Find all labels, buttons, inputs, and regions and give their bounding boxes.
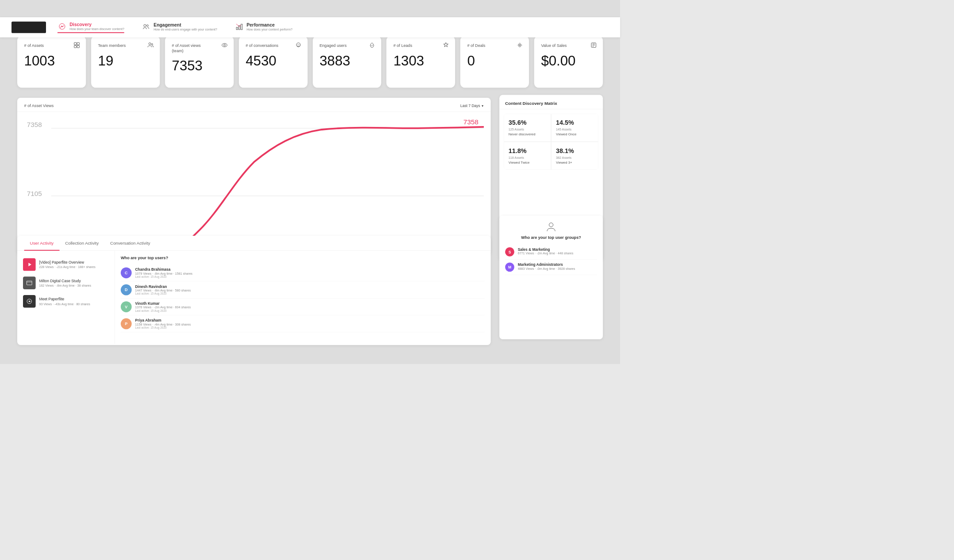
- svg-rect-8: [77, 42, 79, 45]
- matrix-cell-3plus: 38.1% 382 Assets Viewed 3+: [552, 142, 598, 169]
- list-item[interactable]: Milton Digital Case Study 162 Views · -8…: [17, 274, 115, 292]
- cell-pct-twice: 11.8%: [509, 147, 546, 155]
- user-item-1: C Chandra Brahimasa 1079 Views · -8m Avg…: [121, 265, 485, 281]
- asset-thumb-1: [23, 258, 36, 271]
- asset-list: [Video] Paperflite Overview 228 Views · …: [17, 251, 115, 344]
- tab-engagement[interactable]: Engagement How do end-users engage with …: [142, 22, 217, 32]
- person-icon: [545, 221, 557, 233]
- user-stats-2: 1447 Views · -8m Avg time · 580 shares: [135, 289, 191, 292]
- cell-pct-never: 35.6%: [509, 119, 546, 127]
- group-name-2: Marketing Administrators: [518, 262, 575, 267]
- user-stats-4: 1158 Views · -4m Avg time · 308 shares: [135, 322, 191, 326]
- group-item-1: S Sales & Marketing 6771 Views · -2m Avg…: [505, 245, 597, 260]
- tab-performance[interactable]: Performance How does your content perfor…: [234, 22, 292, 32]
- team-icon: [147, 42, 154, 50]
- conversations-icon: [295, 42, 302, 50]
- svg-rect-36: [27, 281, 32, 285]
- cell-assets-never: 125 Assets: [509, 128, 546, 131]
- conversations-value: 4530: [246, 53, 301, 69]
- svg-point-1: [61, 26, 63, 27]
- svg-rect-7: [74, 42, 77, 45]
- stat-card-leads: # of Leads 1303: [387, 36, 455, 88]
- group-stats-1: 6771 Views · -2m Avg time · 448 shares: [518, 252, 574, 255]
- cell-label-twice: Viewed Twice: [509, 161, 546, 165]
- svg-text:7358: 7358: [27, 121, 42, 128]
- leads-icon: [443, 42, 450, 50]
- top-users-section: Who are your top users? C Chandra Brahim…: [115, 251, 491, 344]
- matrix-cell-twice: 11.8% 118 Assets Viewed Twice: [504, 142, 551, 169]
- user-item-2: D Dinesh Ravindran 1447 Views · -8m Avg …: [121, 281, 485, 298]
- svg-point-40: [549, 223, 553, 227]
- tab-collection-activity[interactable]: Collection Activity: [59, 236, 104, 251]
- svg-point-18: [299, 45, 299, 45]
- sales-label: Value of Sales: [541, 43, 579, 48]
- user-item-4: P Priya Abraham 1158 Views · -4m Avg tim…: [121, 315, 485, 332]
- matrix-grid: 35.6% 125 Assets Never discovered 14.5% …: [504, 114, 598, 169]
- tab-discovery[interactable]: Discovery How does your team discover co…: [57, 22, 124, 33]
- views-icon: [221, 42, 228, 50]
- deals-label: # of Deals: [467, 43, 506, 48]
- svg-rect-6: [241, 24, 242, 30]
- discovery-tab-title: Discovery: [69, 22, 124, 27]
- top-nav: Discovery How does your team discover co…: [0, 17, 620, 38]
- groups-panel: Who are your top user groups? S Sales & …: [499, 215, 603, 339]
- tab-user-activity[interactable]: User Activity: [24, 236, 60, 251]
- chart-header: # of Asset Views Last 7 Days ▾: [17, 98, 491, 112]
- stat-card-sales: Value of Sales $0.00: [534, 36, 603, 88]
- user-name-2: Dinesh Ravindran: [135, 284, 191, 289]
- nav-tabs: Discovery How does your team discover co…: [57, 22, 292, 33]
- main-container: Discovery How does your team discover co…: [0, 0, 620, 364]
- user-last-4: Last active: 15 Aug 2020: [135, 326, 191, 329]
- list-item[interactable]: [Video] Paperflite Overview 228 Views · …: [17, 255, 115, 274]
- svg-marker-39: [29, 300, 31, 302]
- asset-stats-1: 228 Views · -21s Avg time · 188+ shares: [39, 265, 96, 269]
- user-item-3: V Vinoth Kumar 1376 Views · -2m Avg time…: [121, 299, 485, 315]
- team-value: 19: [98, 53, 153, 69]
- matrix-cell-never: 35.6% 125 Assets Never discovered: [504, 114, 551, 141]
- engaged-value: 3883: [319, 53, 374, 69]
- user-avatar-2: D: [121, 284, 132, 295]
- svg-point-2: [144, 24, 146, 27]
- activity-panel: User Activity Collection Activity Conver…: [17, 236, 491, 345]
- svg-point-20: [519, 45, 521, 46]
- views-label: # of Asset views (team): [172, 43, 211, 54]
- performance-icon: [234, 22, 244, 31]
- asset-stats-3: 93 Views · -43s Avg time · 80 shares: [39, 302, 90, 306]
- engagement-icon: [142, 22, 151, 31]
- svg-text:7105: 7105: [27, 190, 42, 197]
- svg-marker-35: [28, 263, 31, 266]
- sales-icon: [590, 42, 597, 50]
- list-item[interactable]: Meet Paperflite 93 Views · -43s Avg time…: [17, 292, 115, 311]
- group-stats-2: 4883 Views · -0m Avg time · 3928 shares: [518, 267, 575, 270]
- group-name-1: Sales & Marketing: [518, 247, 574, 252]
- engagement-tab-title: Engagement: [153, 23, 217, 28]
- user-last-3: Last active: 15 Aug 2020: [135, 309, 191, 312]
- tab-conversation-activity[interactable]: Conversation Activity: [104, 236, 156, 251]
- stats-row: # of Assets 1003 Team members 19 # of As…: [17, 36, 603, 88]
- asset-name-1: [Video] Paperflite Overview: [39, 260, 96, 265]
- cell-label-never: Never discovered: [509, 132, 546, 136]
- chart-title: # of Asset Views: [24, 104, 54, 108]
- cell-pct-3plus: 38.1%: [556, 147, 594, 155]
- engagement-tab-subtitle: How do end-users engage with your conten…: [153, 27, 217, 31]
- user-avatar-1: C: [121, 268, 132, 279]
- group-item-2: M Marketing Administrators 4883 Views · …: [505, 260, 597, 275]
- asset-name-3: Meet Paperflite: [39, 297, 90, 301]
- group-avatar-marketing: M: [505, 262, 514, 272]
- chart-filter[interactable]: Last 7 Days ▾: [460, 104, 484, 108]
- svg-point-12: [151, 43, 153, 45]
- performance-tab-title: Performance: [246, 23, 292, 28]
- user-stats-1: 1079 Views · -8m Avg time · 1581 shares: [135, 272, 193, 275]
- discovery-panel-title: Content Discovery Matrix: [499, 95, 603, 109]
- user-name-1: Chandra Brahimasa: [135, 268, 193, 272]
- sales-value: $0.00: [541, 53, 596, 69]
- stat-card-team: Team members 19: [91, 36, 160, 88]
- cell-label-once: Viewed Once: [556, 132, 594, 136]
- stat-card-deals: # of Deals 0: [460, 36, 529, 88]
- deals-icon: [516, 42, 523, 50]
- nav-logo: [11, 22, 46, 33]
- user-last-1: Last active: 15 Aug 2020: [135, 275, 193, 278]
- engaged-icon: [369, 42, 376, 50]
- svg-point-16: [297, 45, 298, 45]
- engaged-label: Engaged users: [319, 43, 358, 48]
